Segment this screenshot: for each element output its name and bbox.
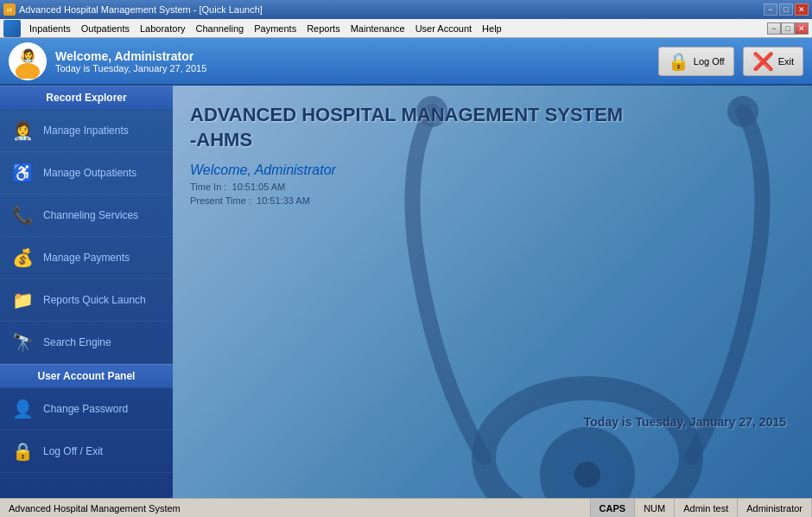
reports-icon: 📁 <box>9 286 36 314</box>
content-text: ADVANCED HOSPITAL MANAGEMENT SYSTEM -AHM… <box>190 103 623 206</box>
welcome-prefix: Welcome, <box>190 163 255 177</box>
app-title-line2: -AHMS <box>190 128 623 153</box>
menu-help[interactable]: Help <box>477 22 507 35</box>
status-user-test: Admin test <box>675 499 738 517</box>
sidebar-label-outpatients: Manage Outpatients <box>43 167 136 179</box>
sidebar-item-changepassword[interactable]: 👤 Change Password <box>0 388 173 431</box>
sidebar: Record Explorer 👩‍⚕️ Manage Inpatients ♿… <box>0 86 173 498</box>
menu-channeling[interactable]: Channeling <box>191 22 250 35</box>
inner-minimize-button[interactable]: − <box>767 22 781 35</box>
inpatients-icon: 👩‍⚕️ <box>9 117 36 144</box>
avatar: 👩‍⚕️ <box>9 42 47 80</box>
sidebar-label-reports: Reports Quick Launch <box>43 294 146 306</box>
sidebar-item-reports[interactable]: 📁 Reports Quick Launch <box>0 279 173 322</box>
minimize-button[interactable]: − <box>764 3 777 16</box>
svg-text:👩‍⚕️: 👩‍⚕️ <box>21 48 36 63</box>
app-menu-icon <box>3 20 21 37</box>
exit-icon: ❌ <box>752 51 774 72</box>
app-header: 👩‍⚕️ Welcome, Administrator Today is Tue… <box>0 38 812 86</box>
menu-laboratory[interactable]: Laboratory <box>135 22 191 35</box>
sidebar-label-channeling: Channeling Services <box>43 209 138 221</box>
sidebar-label-changepassword: Change Password <box>43 403 128 415</box>
time-in-label: Time In : <box>190 182 226 192</box>
status-num: NUM <box>635 499 675 517</box>
present-time-label: Present Time : <box>190 195 251 206</box>
sidebar-label-logoffexit: Log Off / Exit <box>43 445 103 457</box>
payments-icon: 💰 <box>9 244 36 271</box>
sidebar-item-channeling[interactable]: 📞 Channeling Services <box>0 195 173 237</box>
channeling-icon: 📞 <box>9 201 36 229</box>
close-button[interactable]: ✕ <box>795 3 809 16</box>
logoff-label: Log Off <box>694 56 725 67</box>
sidebar-label-inpatients: Manage Inpatients <box>43 124 129 137</box>
inner-restore-button[interactable]: □ <box>781 22 795 35</box>
menu-inpatients[interactable]: Inpatients <box>24 22 76 35</box>
sidebar-section2-title: User Account Panel <box>0 364 173 388</box>
svg-point-6 <box>727 96 758 127</box>
sidebar-item-outpatients[interactable]: ♿ Manage Outpatients <box>0 152 173 195</box>
search-icon: 🔭 <box>9 329 36 356</box>
menu-maintenance[interactable]: Maintenance <box>346 22 410 35</box>
app-icon: H <box>3 3 16 16</box>
header-text: Welcome, Administrator Today is Tuesday,… <box>55 49 206 73</box>
title-bar-text: Advanced Hospital Management System - [Q… <box>19 4 263 15</box>
svg-point-1 <box>16 63 40 79</box>
menu-bar: Inpatients Outpatients Laboratory Channe… <box>0 19 812 38</box>
welcome-name: Administrator <box>255 163 336 177</box>
svg-point-9 <box>574 462 600 488</box>
present-time-value: 10:51:33 AM <box>257 195 310 206</box>
menu-payments[interactable]: Payments <box>249 22 301 35</box>
content-area: ADVANCED HOSPITAL MANAGEMENT SYSTEM -AHM… <box>173 86 812 498</box>
present-time-line: Present Time : 10:51:33 AM <box>190 195 623 206</box>
time-in-value: 10:51:05 AM <box>232 182 286 192</box>
sidebar-label-search: Search Engine <box>43 336 111 348</box>
status-bar: Advanced Hospital Management System CAPS… <box>0 498 812 517</box>
exit-button[interactable]: ❌ Exit <box>743 47 803 76</box>
menu-user-account[interactable]: User Account <box>410 22 477 35</box>
lock-icon: 🔒 <box>668 51 689 72</box>
main-content: Record Explorer 👩‍⚕️ Manage Inpatients ♿… <box>0 86 812 498</box>
status-user-name: Administrator <box>738 499 812 517</box>
menu-reports[interactable]: Reports <box>301 22 346 35</box>
app-title-line1: ADVANCED HOSPITAL MANAGEMENT SYSTEM <box>190 103 623 128</box>
outpatients-icon: ♿ <box>9 159 36 187</box>
sidebar-item-payments[interactable]: 💰 Manage Payments <box>0 237 173 279</box>
time-in-line: Time In : 10:51:05 AM <box>190 182 623 192</box>
logoff-button[interactable]: 🔒 Log Off <box>658 47 734 76</box>
changepassword-icon: 👤 <box>9 395 36 423</box>
sidebar-section1-title: Record Explorer <box>0 86 173 110</box>
status-app-name: Advanced Hospital Management System <box>0 499 591 517</box>
sidebar-label-payments: Manage Payments <box>43 252 130 264</box>
date-overlay: Today is Tuesday, January 27, 2015 <box>584 415 786 429</box>
sidebar-item-inpatients[interactable]: 👩‍⚕️ Manage Inpatients <box>0 110 173 152</box>
maximize-button[interactable]: □ <box>779 3 793 16</box>
title-bar: H Advanced Hospital Management System - … <box>0 0 812 19</box>
sidebar-item-search[interactable]: 🔭 Search Engine <box>0 322 173 364</box>
logoffexit-icon: 🔒 <box>9 437 36 465</box>
inner-close-button[interactable]: ✕ <box>795 22 809 35</box>
header-welcome: Welcome, Administrator <box>55 49 206 63</box>
menu-outpatients[interactable]: Outpatients <box>76 22 135 35</box>
content-welcome: Welcome, Administrator <box>190 163 623 178</box>
status-caps: CAPS <box>591 499 636 517</box>
sidebar-item-logoffexit[interactable]: 🔒 Log Off / Exit <box>0 431 173 473</box>
header-date: Today is Tuesday, January 27, 2015 <box>55 63 206 73</box>
exit-label: Exit <box>778 56 794 67</box>
